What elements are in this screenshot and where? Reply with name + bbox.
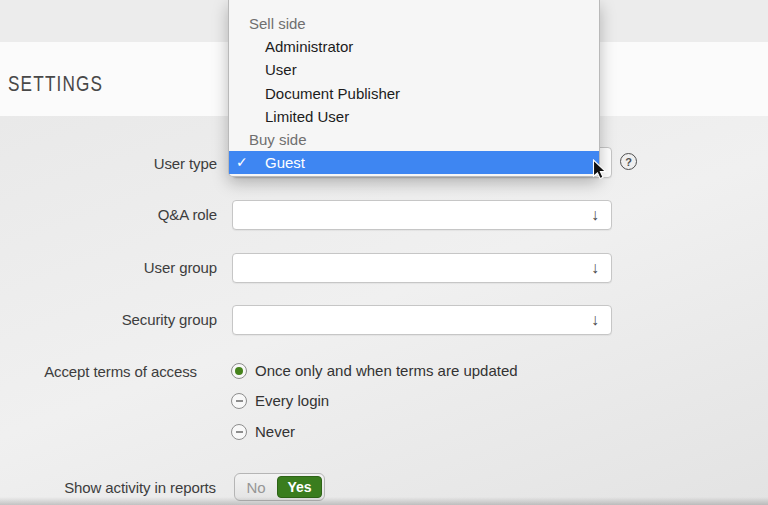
dropdown-arrow-icon: ↓ [591,312,599,328]
settings-page: SETTINGS User type ↓ ? Sell side Adminis… [0,0,768,505]
dropdown-arrow-icon: ↓ [591,260,599,276]
page-title: SETTINGS [8,71,103,97]
user-group-select[interactable]: ↓ [232,253,612,283]
security-group-select[interactable]: ↓ [232,305,612,335]
bottom-shade [0,497,768,505]
menu-option-administrator[interactable]: Administrator [229,35,599,58]
radio-option-once-only[interactable]: Once only and when terms are updated [231,362,518,379]
help-icon[interactable]: ? [620,153,637,170]
user-type-label: User type [0,155,217,173]
radio-option-never[interactable]: Never [231,423,295,440]
show-activity-label: Show activity in reports [0,479,216,497]
qa-role-select[interactable]: ↓ [232,200,612,230]
menu-group-buy-side: Buy side [229,128,599,151]
menu-option-guest[interactable]: ✓ Guest [229,151,599,174]
toggle-yes-button[interactable]: Yes [277,476,322,498]
menu-option-document-publisher[interactable]: Document Publisher [229,82,599,105]
menu-option-user[interactable]: User [229,58,599,81]
radio-option-label: Once only and when terms are updated [255,362,518,379]
user-group-label: User group [0,259,217,277]
menu-option-limited-user[interactable]: Limited User [229,105,599,128]
toggle-no-button[interactable]: No [235,479,277,496]
radio-unselected-icon [231,393,247,409]
security-group-label: Security group [0,311,217,329]
menu-group-sell-side: Sell side [229,12,599,35]
radio-unselected-icon [231,424,247,440]
menu-option-guest-label: Guest [265,154,305,171]
radio-option-label: Never [255,423,295,440]
help-glyph: ? [625,156,632,168]
user-type-dropdown-menu: Sell side Administrator User Document Pu… [228,0,600,177]
accept-terms-label: Accept terms of access [0,363,197,381]
radio-option-every-login[interactable]: Every login [231,392,329,409]
mouse-cursor [592,159,608,181]
qa-role-label: Q&A role [0,206,217,224]
checkmark-icon: ✓ [236,151,248,174]
radio-option-label: Every login [255,392,329,409]
dropdown-arrow-icon: ↓ [591,207,599,223]
radio-selected-icon [231,363,247,379]
